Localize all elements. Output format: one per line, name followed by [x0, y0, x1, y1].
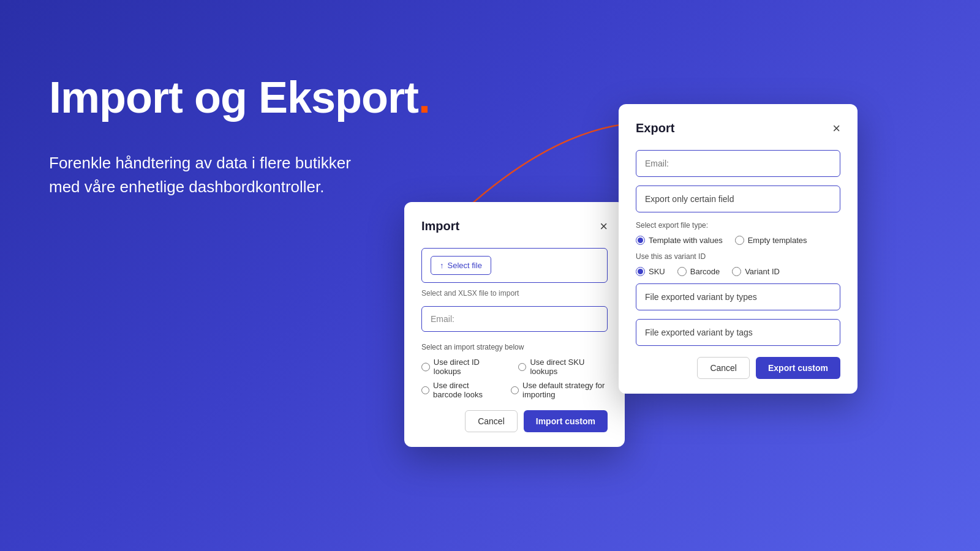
- variant-id-variant[interactable]: Variant ID: [732, 267, 780, 276]
- export-types-field[interactable]: File exported variant by types: [636, 283, 840, 310]
- import-close-button[interactable]: ×: [600, 220, 608, 233]
- file-type-empty-templates-radio[interactable]: [735, 236, 744, 245]
- export-email-input[interactable]: [636, 150, 840, 177]
- strategy-direct-id[interactable]: Use direct ID lookups: [421, 358, 503, 376]
- strategy-direct-sku[interactable]: Use direct SKU lookups: [518, 358, 608, 376]
- page-title: Import og Eksport.: [49, 73, 430, 122]
- strategy-row-2: Use direct barcode looks Use default str…: [421, 381, 608, 399]
- variant-id-radio-group: SKU Barcode Variant ID: [636, 267, 840, 276]
- variant-id-variant-label: Variant ID: [745, 267, 780, 276]
- file-type-empty-templates[interactable]: Empty templates: [735, 236, 807, 245]
- import-btn-row: Cancel Import custom: [421, 410, 608, 432]
- export-certain-field-input[interactable]: Export only certain field: [636, 186, 840, 212]
- file-type-template-values[interactable]: Template with values: [636, 236, 723, 245]
- export-btn-row: Cancel Export custom: [636, 357, 840, 379]
- variant-id-section-label: Use this as variant ID: [636, 252, 840, 261]
- import-strategy-group: Use direct ID lookups Use direct SKU loo…: [421, 358, 608, 399]
- file-type-radio-group: Template with values Empty templates: [636, 236, 840, 245]
- strategy-section-label: Select an import strategy below: [421, 343, 608, 351]
- strategy-direct-id-label: Use direct ID lookups: [434, 358, 503, 376]
- strategy-default-label: Use default strategy for importing: [522, 381, 608, 399]
- variant-id-sku[interactable]: SKU: [636, 267, 665, 276]
- strategy-direct-sku-radio[interactable]: [518, 362, 527, 372]
- strategy-direct-id-radio[interactable]: [421, 362, 430, 372]
- import-submit-button[interactable]: Import custom: [524, 410, 608, 432]
- variant-id-barcode-radio[interactable]: [677, 267, 687, 276]
- import-cancel-button[interactable]: Cancel: [465, 410, 518, 432]
- variant-id-variant-radio[interactable]: [732, 267, 741, 276]
- variant-id-barcode[interactable]: Barcode: [677, 267, 720, 276]
- title-text: Import og Eksport: [49, 73, 418, 122]
- export-types-field-text: File exported variant by types: [645, 292, 757, 302]
- export-tags-field[interactable]: File exported variant by tags: [636, 319, 840, 346]
- file-type-section-label: Select export file type:: [636, 221, 840, 230]
- import-modal-title: Import: [421, 219, 459, 233]
- import-modal: Import × ↑ Select file Select and XLSX f…: [404, 202, 625, 447]
- strategy-row-1: Use direct ID lookups Use direct SKU loo…: [421, 358, 608, 376]
- file-type-template-values-label: Template with values: [649, 236, 723, 245]
- upload-area: ↑ Select file: [421, 248, 608, 283]
- strategy-default-radio[interactable]: [511, 386, 519, 395]
- subtitle-text: Forenkle håndtering av data i flere buti…: [49, 151, 368, 199]
- export-modal-title: Export: [636, 121, 674, 135]
- upload-btn-label: Select file: [448, 261, 482, 270]
- file-type-template-values-radio[interactable]: [636, 236, 645, 245]
- strategy-barcode[interactable]: Use direct barcode looks: [421, 381, 496, 399]
- strategy-default[interactable]: Use default strategy for importing: [511, 381, 608, 399]
- variant-id-barcode-label: Barcode: [690, 267, 720, 276]
- export-modal: Export × Export only certain field Selec…: [619, 104, 858, 394]
- export-close-button[interactable]: ×: [832, 122, 840, 135]
- title-dot: .: [418, 73, 430, 122]
- import-email-input[interactable]: [421, 306, 608, 332]
- variant-id-sku-label: SKU: [649, 267, 665, 276]
- export-field-placeholder-text: Export only certain field: [645, 194, 734, 204]
- strategy-barcode-label: Use direct barcode looks: [433, 381, 496, 399]
- strategy-barcode-radio[interactable]: [421, 386, 429, 395]
- import-modal-header: Import ×: [421, 219, 608, 233]
- upload-helper-text: Select and XLSX file to import: [421, 289, 608, 298]
- hero-section: Import og Eksport. Forenkle håndtering a…: [49, 73, 430, 199]
- variant-id-sku-radio[interactable]: [636, 267, 645, 276]
- file-type-empty-templates-label: Empty templates: [748, 236, 807, 245]
- select-file-button[interactable]: ↑ Select file: [431, 256, 491, 275]
- strategy-direct-sku-label: Use direct SKU lookups: [530, 358, 608, 376]
- export-submit-button[interactable]: Export custom: [756, 357, 840, 379]
- upload-icon: ↑: [440, 261, 444, 270]
- export-modal-header: Export ×: [636, 121, 840, 135]
- export-cancel-button[interactable]: Cancel: [697, 357, 750, 379]
- export-tags-field-text: File exported variant by tags: [645, 328, 753, 337]
